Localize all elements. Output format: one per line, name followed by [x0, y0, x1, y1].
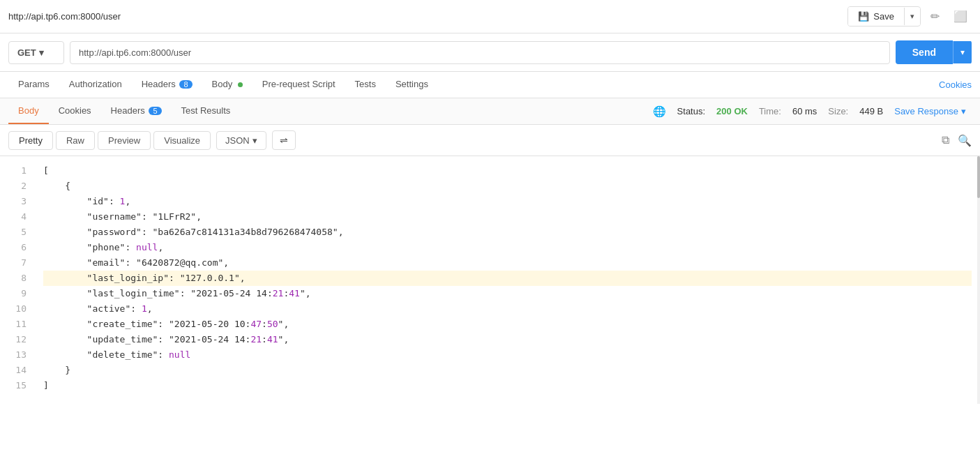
tab-prerequest[interactable]: Pre-request Script [252, 72, 345, 98]
save-response-button[interactable]: Save Response ▾ [894, 106, 966, 116]
size-label: Size: [828, 106, 848, 116]
save-button[interactable]: 💾 Save [848, 7, 904, 26]
edit-icon-button[interactable]: ✏ [926, 6, 944, 27]
method-label: GET [17, 47, 36, 58]
tab-headers[interactable]: Headers 8 [132, 72, 202, 98]
pretty-button[interactable]: Pretty [8, 131, 53, 150]
send-chevron-button[interactable]: ▾ [953, 41, 972, 63]
format-select[interactable]: JSON ▾ [216, 131, 266, 150]
save-response-chevron-icon: ▾ [961, 106, 966, 116]
tab-tests[interactable]: Tests [345, 72, 386, 98]
cookies-link[interactable]: Cookies [939, 80, 972, 90]
scrollbar-thumb[interactable] [977, 156, 980, 198]
format-chevron-icon: ▾ [252, 135, 257, 146]
response-headers-badge: 5 [149, 107, 161, 115]
tab-settings[interactable]: Settings [386, 72, 438, 98]
response-tabs: Body Cookies Headers 5 Test Results 🌐 St… [0, 98, 980, 125]
response-status: 🌐 Status: 200 OK Time: 60 ms Size: 449 B… [653, 105, 972, 118]
filter-icon-button[interactable]: ⇌ [272, 130, 296, 150]
search-icon-button[interactable]: 🔍 [958, 134, 972, 147]
save-icon: 💾 [858, 11, 869, 22]
code-content: [ { "id": 1, "username": "1LFrR2", "pass… [35, 156, 980, 404]
tab-response-body[interactable]: Body [8, 98, 49, 124]
status-value: 200 OK [716, 106, 748, 116]
request-bar: GET ▾ Send ▾ [0, 33, 980, 72]
method-select[interactable]: GET ▾ [8, 41, 64, 64]
save-chevron-button[interactable]: ▾ [904, 8, 920, 25]
send-button[interactable]: Send [896, 40, 953, 64]
scrollbar-track[interactable] [977, 156, 980, 404]
time-value: 60 ms [792, 106, 817, 116]
method-chevron-icon: ▾ [39, 47, 44, 58]
send-button-group[interactable]: Send ▾ [896, 40, 972, 64]
line-numbers: 123456789101112131415 [0, 156, 35, 404]
tab-body[interactable]: Body [202, 72, 252, 98]
visualize-button[interactable]: Visualize [153, 131, 211, 150]
globe-icon: 🌐 [653, 105, 666, 118]
url-bar-title: http://api.tp6.com:8000/user [8, 11, 842, 22]
tab-test-results[interactable]: Test Results [172, 98, 241, 124]
code-area[interactable]: 123456789101112131415 [ { "id": 1, "user… [0, 156, 980, 404]
size-value: 449 B [859, 106, 883, 116]
save-button-group[interactable]: 💾 Save ▾ [847, 6, 921, 27]
url-actions: 💾 Save ▾ ✏ ⬜ [847, 6, 972, 27]
preview-button[interactable]: Preview [98, 131, 151, 150]
save-label: Save [873, 11, 894, 22]
copy-icon-button[interactable]: ⧉ [942, 134, 949, 146]
request-tabs: Params Authorization Headers 8 Body Pre-… [0, 72, 980, 98]
raw-button[interactable]: Raw [56, 131, 95, 150]
status-label: Status: [677, 106, 705, 116]
url-input[interactable] [70, 41, 890, 64]
time-label: Time: [759, 106, 781, 116]
headers-badge: 8 [179, 80, 192, 89]
tab-response-cookies[interactable]: Cookies [49, 98, 101, 124]
format-bar: Pretty Raw Preview Visualize JSON ▾ ⇌ ⧉ … [0, 125, 980, 156]
tab-response-headers[interactable]: Headers 5 [101, 98, 172, 124]
comment-icon-button[interactable]: ⬜ [949, 6, 972, 27]
url-bar: http://api.tp6.com:8000/user 💾 Save ▾ ✏ … [0, 0, 980, 33]
tab-params[interactable]: Params [8, 72, 59, 98]
body-dot [238, 82, 243, 87]
tab-authorization[interactable]: Authorization [59, 72, 132, 98]
